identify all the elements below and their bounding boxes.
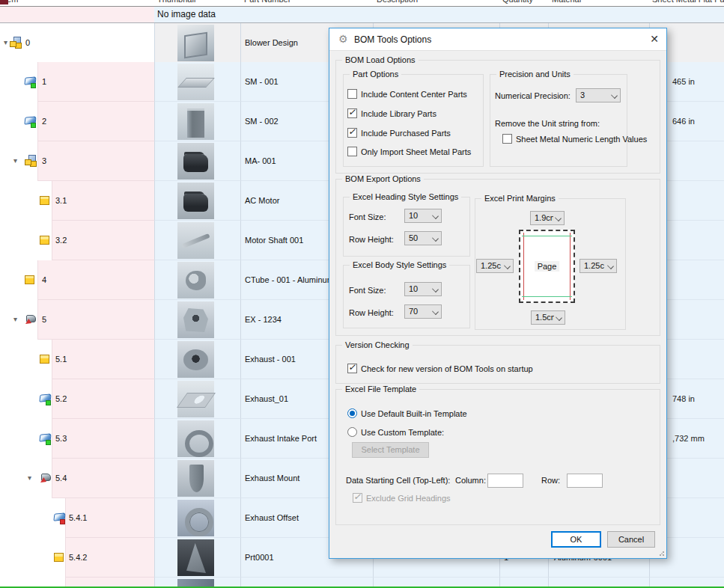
- item-cell[interactable]: 1: [0, 62, 154, 102]
- thumbnail-cell: [154, 340, 240, 379]
- checkbox-version-check[interactable]: ✓: [347, 364, 357, 373]
- item-cell[interactable]: 5.2: [0, 379, 154, 419]
- close-icon[interactable]: ✕: [650, 33, 659, 45]
- group-label: Excel File Template: [342, 385, 419, 393]
- thumbnail-cell: [154, 260, 240, 300]
- page-label: Page: [535, 261, 560, 272]
- checkbox-only-sheet-metal[interactable]: ✓: [347, 147, 357, 156]
- item-cell[interactable]: 3.1: [0, 181, 154, 221]
- item-cell[interactable]: 5: [0, 300, 154, 340]
- dropdown-value: 1.25c: [481, 261, 502, 270]
- thumbnail-cell: [154, 62, 240, 102]
- expander-icon[interactable]: [28, 474, 35, 482]
- margin-top-dropdown[interactable]: 1.9cn: [530, 211, 565, 225]
- flat-pattern-text: 646 in: [672, 117, 695, 126]
- item-cell[interactable]: 5.4.1: [0, 498, 154, 538]
- item-cell[interactable]: 2: [0, 102, 154, 141]
- header-flat-pattern[interactable]: Sheet Metal Flat Pattern: [652, 0, 724, 6]
- part-number-text: EX - 1234: [245, 315, 282, 324]
- part-thumbnail: [177, 262, 214, 298]
- part-thumbnail: [177, 460, 214, 497]
- expander-icon[interactable]: [13, 316, 21, 323]
- header-part-number[interactable]: Part Number: [244, 0, 290, 6]
- body-font-size-dropdown[interactable]: 10: [404, 282, 442, 296]
- margin-left-dropdown[interactable]: 1.25c: [476, 259, 514, 273]
- checkbox-include-library[interactable]: ✓: [347, 108, 357, 118]
- chevron-down-icon: [555, 215, 562, 221]
- header-material[interactable]: Material: [552, 0, 581, 6]
- corner-mark: [0, 0, 8, 4]
- item-cell[interactable]: 5.1: [0, 340, 154, 379]
- part-type-icon: [40, 353, 49, 365]
- thumbnail-cell: [154, 419, 240, 459]
- checkmark-icon: ✓: [348, 126, 356, 137]
- select-template-button[interactable]: Select Template: [352, 442, 429, 458]
- margin-line-top: [522, 236, 572, 236]
- no-image-row: No image data: [0, 7, 724, 23]
- margin-line-right: [570, 233, 571, 300]
- row-input[interactable]: [567, 474, 603, 488]
- part-number-text: Exhaust_01: [245, 394, 288, 403]
- checkbox-include-purchased[interactable]: ✓: [347, 128, 357, 138]
- label-numerical-precision: Numerical Precision:: [495, 91, 571, 100]
- flat-pattern-text: 748 in: [672, 394, 695, 403]
- item-cell[interactable]: 0: [0, 23, 154, 63]
- header-description[interactable]: Description: [377, 0, 418, 6]
- group-label: Precision and Units: [496, 70, 574, 79]
- part-number-text: MA- 001: [245, 156, 276, 165]
- item-cell-background: [37, 141, 154, 181]
- item-number: 5.4.1: [69, 513, 87, 522]
- part-thumbnail: [177, 222, 214, 259]
- margin-bottom-dropdown[interactable]: 1.5cn: [531, 310, 565, 325]
- label-heading-row-height: Row Height:: [349, 235, 394, 244]
- item-cell-background: [52, 340, 154, 379]
- header-quantity[interactable]: Quantity: [502, 0, 533, 6]
- thumbnail-cell: [154, 379, 240, 419]
- item-cell-background: [52, 419, 154, 459]
- item-cell[interactable]: 3.2: [0, 221, 154, 260]
- margin-right-dropdown[interactable]: 1.25c: [579, 259, 617, 273]
- chevron-down-icon: [556, 314, 562, 321]
- body-row-height-dropdown[interactable]: 70: [404, 304, 442, 319]
- item-cell[interactable]: 4: [0, 260, 154, 300]
- column-input[interactable]: [487, 474, 523, 488]
- thumbnail-cell: [154, 498, 240, 538]
- table-header-row: Item Thumbnail Part Number Description Q…: [0, 0, 724, 7]
- expander-icon[interactable]: [13, 157, 21, 165]
- label-column: Column:: [455, 476, 486, 485]
- checkbox-sheet-metal-length[interactable]: ✓: [502, 134, 512, 144]
- cancel-button[interactable]: Cancel: [607, 531, 655, 548]
- no-image-text: No image data: [157, 9, 216, 19]
- ok-button[interactable]: OK: [551, 531, 601, 548]
- resize-grip[interactable]: [658, 550, 664, 556]
- part-type-icon: [25, 115, 37, 127]
- item-cell[interactable]: 5.4: [0, 459, 154, 498]
- radio-custom-template[interactable]: [347, 427, 357, 437]
- dialog-title-bar[interactable]: ⚙ BOM Tools Options ✕: [329, 28, 666, 51]
- label-include-purchased: Include Purchased Parts: [361, 129, 451, 138]
- heading-font-size-dropdown[interactable]: 10: [404, 209, 442, 223]
- item-cell[interactable]: 5.3: [0, 419, 154, 459]
- item-number: 5.4.2: [69, 553, 87, 562]
- item-number: 5.2: [55, 394, 67, 403]
- heading-row-height-dropdown[interactable]: 50: [404, 231, 442, 245]
- item-cell-background: [52, 181, 154, 221]
- part-number-text: Blower Design: [245, 38, 298, 47]
- part-thumbnail: [177, 500, 214, 536]
- numerical-precision-dropdown[interactable]: 3: [576, 88, 621, 102]
- chevron-down-icon: [504, 263, 511, 269]
- part-type-icon: [40, 195, 49, 206]
- item-cell[interactable]: 5.4.2: [0, 538, 154, 578]
- group-label: Part Options: [350, 70, 401, 79]
- header-thumbnail[interactable]: Thumbnail: [157, 0, 195, 6]
- item-number: 1: [42, 77, 46, 86]
- radio-default-template[interactable]: [347, 408, 357, 418]
- chevron-down-icon: [432, 308, 439, 315]
- item-cell[interactable]: 3: [0, 141, 154, 181]
- dropdown-value: 1.9cn: [535, 213, 553, 222]
- part-type-icon: [54, 551, 64, 563]
- flat-pattern-text: ,732 mm: [672, 434, 705, 443]
- part-number-text: CTube - 001 - Aluminum-: [245, 275, 336, 284]
- checkbox-include-content-center[interactable]: ✓: [347, 89, 357, 99]
- thumbnail-cell: [154, 102, 240, 141]
